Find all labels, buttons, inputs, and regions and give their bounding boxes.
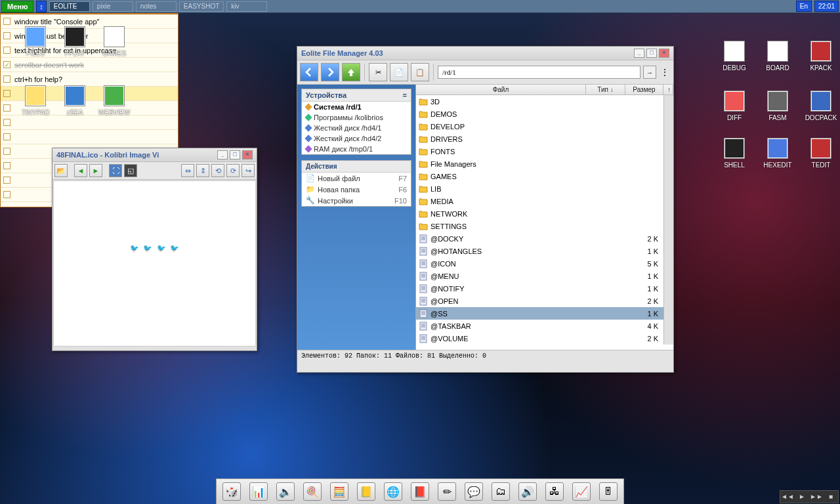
media-btn-3[interactable]: ■ bbox=[824, 491, 838, 503]
desktop-icon-games[interactable]: GAMES bbox=[94, 26, 134, 57]
file-row[interactable]: SETTINGS bbox=[416, 220, 663, 232]
flip-h-icon[interactable]: ⇔ bbox=[181, 164, 194, 177]
desktop-icon-tinypad[interactable]: TINYPAD bbox=[16, 85, 55, 116]
dock-volume-icon[interactable]: 🔊 bbox=[516, 481, 539, 502]
note-checkbox[interactable] bbox=[3, 191, 10, 198]
scrollbar[interactable] bbox=[663, 95, 673, 345]
up-button[interactable] bbox=[342, 63, 360, 81]
note-checkbox[interactable] bbox=[3, 18, 10, 25]
desktop-icon-tedit[interactable]: TEDIT bbox=[801, 138, 840, 169]
task-item-kiv[interactable]: kiv bbox=[226, 1, 267, 12]
desktop-icon-fasm[interactable]: FASM bbox=[758, 91, 797, 121]
close-button[interactable]: × bbox=[242, 150, 253, 159]
desktop-icon-board[interactable]: BOARD bbox=[758, 41, 797, 72]
clock[interactable]: 22:01 bbox=[814, 1, 839, 12]
collapse-icon[interactable]: = bbox=[403, 91, 407, 99]
action-item[interactable]: 📄Новый файлF7 bbox=[302, 173, 411, 184]
desktop-icon-zsea[interactable]: zSEA bbox=[55, 85, 94, 116]
file-row[interactable]: @VOLUME2 K bbox=[416, 332, 663, 345]
file-row[interactable]: File Managers bbox=[416, 158, 663, 170]
note-checkbox[interactable] bbox=[3, 90, 10, 97]
desktop-icon-kpack[interactable]: KPACK bbox=[801, 41, 840, 72]
desktop-icon-docpack[interactable]: DOCPACK bbox=[801, 91, 840, 121]
file-row[interactable]: 3D bbox=[416, 95, 663, 108]
note-checkbox[interactable] bbox=[3, 148, 10, 155]
file-row[interactable]: MEDIA bbox=[416, 195, 663, 207]
task-item-notes[interactable]: notes bbox=[136, 1, 177, 12]
file-row[interactable]: @DOCKY2 K bbox=[416, 232, 663, 245]
file-row[interactable]: @HOTANGLES1 K bbox=[416, 245, 663, 257]
device-item[interactable]: Жесткий диск /hd4/2 bbox=[302, 133, 411, 144]
col-file[interactable]: Файл bbox=[416, 85, 586, 94]
dock-pencil-icon[interactable]: ✏ bbox=[436, 481, 458, 502]
file-row[interactable]: LIB bbox=[416, 182, 663, 195]
dock-sliders-icon[interactable]: 🎚 bbox=[597, 481, 620, 502]
dock-calc-icon[interactable]: 🧮 bbox=[328, 481, 350, 502]
task-item-pixie[interactable]: pixie bbox=[93, 1, 133, 12]
forward-button[interactable] bbox=[321, 63, 339, 81]
file-row[interactable]: GAMES bbox=[416, 170, 663, 182]
file-row[interactable]: @SS1 K bbox=[416, 307, 663, 320]
rotate-r-icon[interactable]: ⟳ bbox=[226, 164, 240, 177]
rotate-l-icon[interactable]: ⟲ bbox=[211, 164, 224, 177]
path-input[interactable] bbox=[438, 66, 640, 79]
file-row[interactable]: @ICON5 K bbox=[416, 257, 663, 270]
desktop-icon-files[interactable]: FILES bbox=[16, 26, 55, 57]
file-row[interactable]: FONTS bbox=[416, 145, 663, 158]
device-item[interactable]: Программы /kolibrios bbox=[302, 112, 411, 123]
note-checkbox[interactable] bbox=[3, 177, 10, 184]
next-icon[interactable]: ► bbox=[89, 164, 102, 177]
dock-network-icon[interactable]: 🖧 bbox=[543, 481, 566, 502]
maximize-button[interactable]: □ bbox=[646, 49, 657, 58]
flip-v-icon[interactable]: ⇕ bbox=[196, 164, 209, 177]
file-row[interactable]: @OPEN2 K bbox=[416, 295, 663, 307]
note-checkbox[interactable] bbox=[3, 47, 10, 54]
start-menu-button[interactable]: Меню bbox=[1, 1, 33, 12]
lang-indicator[interactable]: En bbox=[796, 1, 812, 12]
eolite-titlebar[interactable]: Eolite File Manager 4.03 _ □ × bbox=[297, 47, 673, 60]
copy-button[interactable]: 📄 bbox=[390, 63, 408, 81]
taskbar-arrow[interactable]: ↕ bbox=[36, 1, 47, 12]
col-type[interactable]: Тип ↓ bbox=[586, 85, 625, 94]
actual-icon[interactable]: ◱ bbox=[124, 164, 137, 177]
arrow-icon[interactable]: ↪ bbox=[242, 164, 255, 177]
file-row[interactable]: DEVELOP bbox=[416, 120, 663, 133]
paste-button[interactable]: 📋 bbox=[411, 63, 429, 81]
maximize-button[interactable]: □ bbox=[230, 150, 240, 159]
close-button[interactable]: × bbox=[659, 49, 669, 58]
file-row[interactable]: @NOTIFY1 K bbox=[416, 282, 663, 295]
fit-icon[interactable]: ⛶ bbox=[109, 164, 122, 177]
go-button[interactable]: → bbox=[643, 66, 656, 79]
desktop-icon-diff[interactable]: DIFF bbox=[715, 91, 754, 121]
dock-lang-icon[interactable]: 🌐 bbox=[382, 481, 404, 502]
action-item[interactable]: 🔧НастройкиF10 bbox=[302, 195, 411, 206]
note-row[interactable] bbox=[1, 130, 178, 144]
note-row[interactable] bbox=[1, 116, 178, 130]
minimize-button[interactable]: _ bbox=[634, 49, 644, 58]
menu-icon[interactable]: ⋮ bbox=[659, 67, 671, 77]
file-row[interactable]: @TASKBAR4 K bbox=[416, 320, 663, 332]
note-row[interactable]: ctrl+h for help? bbox=[1, 72, 178, 87]
note-checkbox[interactable] bbox=[3, 162, 10, 169]
prev-icon[interactable]: ◄ bbox=[74, 164, 87, 177]
col-size[interactable]: Размер bbox=[625, 85, 663, 94]
file-row[interactable]: DRIVERS bbox=[416, 133, 663, 145]
desktop-icon-hexedit[interactable]: HEXEDIT bbox=[758, 138, 797, 169]
col-scroll[interactable]: ↑ bbox=[663, 85, 673, 94]
desktop-icon-debug[interactable]: DEBUG bbox=[715, 41, 754, 72]
dock-irc-icon[interactable]: 💬 bbox=[463, 481, 485, 502]
dock-chart-icon[interactable]: 📊 bbox=[247, 481, 270, 502]
file-row[interactable]: NETWORK bbox=[416, 207, 663, 220]
dock-explorer-icon[interactable]: 🗂 bbox=[490, 481, 512, 502]
note-row[interactable]: ✓scrollbar doesn't work bbox=[1, 58, 178, 72]
file-row[interactable]: @MENU1 K bbox=[416, 270, 663, 282]
task-item-eolite[interactable]: EOLITE bbox=[49, 1, 90, 12]
desktop-icon-webview[interactable]: WEBVIEW bbox=[94, 85, 134, 116]
open-icon[interactable]: 📂 bbox=[54, 164, 68, 177]
back-button[interactable] bbox=[300, 63, 318, 81]
dock-cube-icon[interactable]: 🎲 bbox=[220, 481, 243, 502]
note-checkbox[interactable] bbox=[3, 104, 10, 112]
media-btn-1[interactable]: ► bbox=[795, 491, 809, 503]
iv-titlebar[interactable]: 48FINAL.ico - Kolibri Image Vi _ □ × bbox=[52, 148, 257, 162]
dock-notepad-icon[interactable]: 📒 bbox=[355, 481, 377, 502]
